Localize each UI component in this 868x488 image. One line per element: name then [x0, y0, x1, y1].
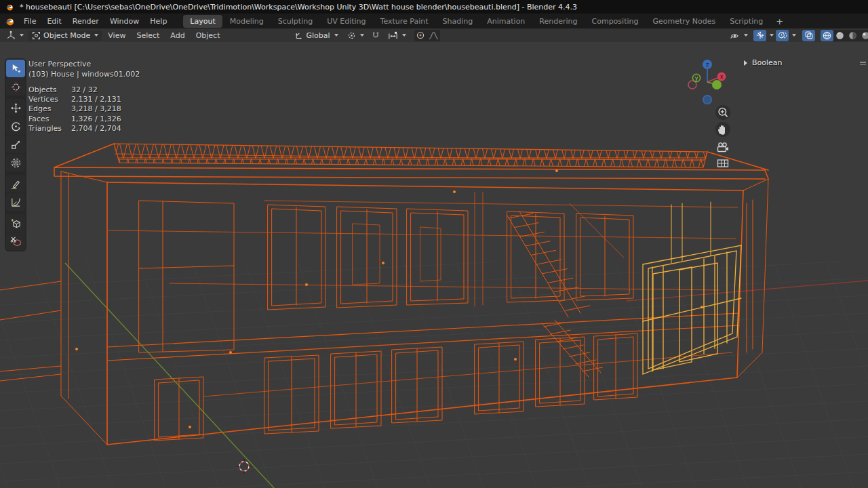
tool-annotate[interactable] [6, 175, 25, 192]
camera-view-button[interactable] [718, 143, 729, 152]
gizmo-axis-neg-z[interactable] [703, 96, 712, 104]
mesh-cut-icon [10, 236, 22, 247]
add-cube-icon [10, 218, 22, 229]
roof-trusses [114, 144, 707, 167]
tool-scale[interactable] [6, 136, 25, 153]
tool-add-cube[interactable] [6, 214, 25, 232]
tool-select-box[interactable] [6, 60, 25, 77]
tool-shelf [5, 58, 26, 251]
zoom-button[interactable] [715, 105, 730, 120]
annotate-tool-icon [10, 178, 22, 190]
rotate-tool-icon [10, 121, 22, 132]
move-tool-icon [10, 102, 22, 114]
tool-move[interactable] [6, 99, 25, 117]
tool-rotate[interactable] [6, 117, 25, 135]
stat-value: 3,218 / 3,218 [71, 104, 140, 114]
viewport-nav-icons [714, 104, 732, 174]
operator-panel-collapsed[interactable]: Boolean [744, 58, 783, 67]
gizmo-label-y: y [695, 75, 698, 81]
stat-label: Objects [28, 85, 71, 95]
context-path: (103) House | windows01.002 [28, 70, 140, 79]
operator-panel-label: Boolean [752, 58, 783, 67]
stat-label: Edges [28, 104, 71, 114]
stat-label: Faces [28, 115, 71, 124]
gizmo-axis-y[interactable] [712, 80, 722, 89]
expand-arrow-icon [744, 60, 747, 66]
tool-measure[interactable] [6, 193, 25, 211]
view-name: User Perspective [28, 60, 140, 69]
stat-label: Triangles [28, 124, 71, 134]
tool-transform[interactable] [6, 154, 25, 171]
scale-tool-icon [10, 139, 22, 150]
measure-tool-icon [10, 197, 22, 208]
scene-statistics: Objects32 / 32 Vertices2,131 / 2,131 Edg… [28, 85, 140, 134]
viewport-info-overlay: User Perspective (103) House | windows01… [28, 60, 140, 134]
select-box-icon [10, 63, 22, 75]
blender-window: * housebeauti [C:\Users\sebas\OneDrive\O… [0, 0, 868, 488]
stat-label: Vertices [28, 95, 71, 104]
navigation-gizmo[interactable]: y x z [680, 53, 734, 110]
stat-value: 32 / 32 [71, 85, 140, 95]
transform-tool-icon [10, 157, 22, 169]
tool-cursor[interactable] [6, 78, 25, 96]
stat-value: 2,704 / 2,704 [71, 124, 140, 134]
gizmo-label-x: x [720, 74, 724, 80]
active-object-wireframe[interactable] [643, 202, 741, 374]
upper-floor-windows [268, 205, 633, 310]
stat-value: 2,131 / 2,131 [71, 95, 140, 104]
sidebar-toggle[interactable] [860, 60, 866, 66]
viewport-3d[interactable]: User Perspective (103) House | windows01… [0, 42, 868, 488]
pan-hand-button[interactable] [715, 122, 730, 137]
gizmo-label-z: z [706, 62, 709, 68]
y-axis-line [65, 263, 274, 488]
toggle-ortho-button[interactable] [718, 160, 728, 167]
cursor-tool-icon [10, 81, 22, 93]
stat-value: 1,326 / 1,326 [71, 115, 140, 124]
tool-mesh-cut[interactable] [6, 232, 25, 250]
